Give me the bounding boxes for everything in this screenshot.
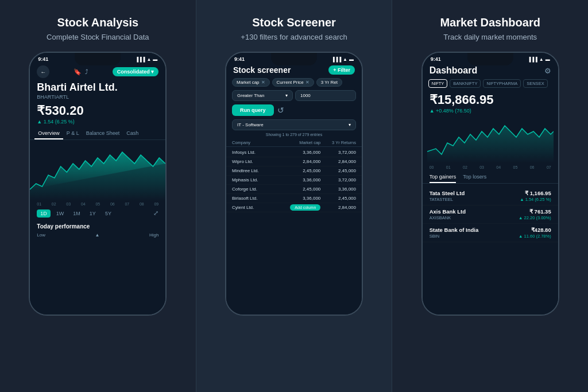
sector-chevron-icon: ▾ — [349, 122, 351, 127]
sector-row: IT - Software ▾ — [226, 119, 362, 130]
stock-row-axis: Axis Bank Ltd ₹ 761.35 AXISBANK ▲ 22.20 … — [423, 205, 558, 224]
share-icon[interactable]: ⤴ — [85, 68, 88, 75]
add-column-button[interactable]: Add column — [290, 204, 320, 211]
market-cap-cell: 3,36,000 — [285, 196, 321, 201]
battery-icon-3: ▬ — [546, 57, 550, 62]
stock-ticker-tata: TATASTEEL — [430, 197, 453, 202]
signal-icon-2: ▐▐▐ — [331, 57, 341, 62]
status-time-1: 9:41 — [38, 56, 48, 62]
tf-1d[interactable]: 1D — [37, 209, 51, 218]
p1-header: ← 🔖 ⤴ Consolidated ▾ — [30, 63, 165, 81]
expand-icon[interactable]: ⤢ — [153, 209, 158, 217]
phone-screen-1: 9:41 ▐▐▐ ▲ ▬ ← 🔖 ⤴ Consolidated ▾ Bharti… — [30, 53, 165, 315]
table-row: Mphasis Ltd. 3,36,000 3,72,000 — [226, 176, 362, 185]
returns-cell: 2,45,000 — [320, 168, 356, 173]
tab-overview[interactable]: Overview — [34, 128, 63, 139]
tf-1w[interactable]: 1W — [53, 209, 68, 218]
chip-label-current-price: Current Price — [277, 80, 304, 85]
chip-3yr-ret[interactable]: 3 Yr Ret — [316, 78, 342, 87]
table-row: Infosys Ltd. 3,36,000 3,72,000 — [226, 148, 362, 157]
wifi-icon: ▲ — [146, 57, 151, 62]
stock-name-tata: Tata Steel Ltd — [430, 190, 465, 196]
status-icons-3: ▐▐▐ ▲ ▬ — [528, 57, 550, 62]
filter-button[interactable]: + Filter — [328, 65, 355, 75]
tab-balance-sheet[interactable]: Balance Sheet — [83, 128, 123, 139]
tab-sensex[interactable]: SENSEX — [523, 79, 547, 88]
chip-market-cap[interactable]: Market cap ✕ — [232, 78, 270, 87]
tab-niftypharma[interactable]: NIFTYPHARMA — [483, 79, 521, 88]
company-cell: Cyient Ltd. — [232, 205, 285, 210]
table-row: Wipro Ltd. 2,84,000 2,84,000 — [226, 157, 362, 166]
returns-cell: 2,84,000 — [320, 205, 356, 210]
chip-remove-market-cap[interactable]: ✕ — [261, 80, 265, 85]
signal-icon: ▐▐▐ — [135, 57, 145, 62]
wifi-icon-2: ▲ — [343, 57, 347, 62]
status-time-2: 9:41 — [234, 56, 245, 62]
company-cell: Infosys Ltd. — [232, 150, 285, 155]
stock-chart — [30, 143, 165, 201]
chip-remove-current-price[interactable]: ✕ — [305, 80, 310, 85]
company-cell: Coforge Ltd. — [232, 187, 285, 192]
chevron-down-icon: ▾ — [285, 93, 288, 98]
filter-row: Greater Than ▾ 1000 — [226, 90, 362, 101]
filter-condition-label: Greater Than — [237, 93, 264, 98]
consolidated-button[interactable]: Consolidated ▾ — [113, 67, 159, 76]
market-cap-cell: 3,36,000 — [285, 177, 321, 183]
tab-top-gainers[interactable]: Top gainers — [430, 174, 457, 183]
stock-price: ₹530.20 — [30, 102, 165, 118]
table-header: Company Market cap 3 Yr Returns — [226, 139, 362, 147]
bookmark-icon[interactable]: 🔖 — [74, 68, 82, 76]
panel2-subtitle: +130 filters for advanced search — [241, 33, 347, 41]
battery-icon-2: ▬ — [349, 57, 354, 62]
stock-ticker-sbi: SBIN — [430, 234, 440, 239]
stock-name-axis: Axis Bank Ltd — [430, 208, 466, 215]
tf-1m[interactable]: 1M — [69, 209, 84, 218]
index-tabs: NIFTY BANKNIFTY NIFTYPHARMA SENSEX — [423, 79, 558, 88]
phone-screen-2: 9:41 ▐▐▐ ▲ ▬ Stock screener + Filter Mar… — [226, 53, 362, 315]
tf-1y[interactable]: 1Y — [86, 209, 99, 218]
run-query-button[interactable]: Run query — [232, 104, 274, 116]
stock-row-sbi: State Bank of India ₹428.80 SBIN ▲ 11.60… — [423, 224, 558, 242]
col-returns-header: 3 Yr Returns — [320, 140, 356, 145]
stock-price-axis: ₹ 761.35 — [529, 208, 551, 215]
screen-title: Stock screener — [233, 65, 291, 75]
sector-select[interactable]: IT - Software ▾ — [232, 119, 356, 130]
col-market-cap-header: Market cap — [285, 140, 321, 145]
tf-5y[interactable]: 5Y — [102, 209, 115, 218]
sector-label: IT - Software — [237, 122, 264, 127]
index-change: ▲ +0.48% (76.50) — [423, 107, 558, 117]
company-cell: Birlasoft Ltd. — [232, 196, 285, 201]
reset-icon[interactable]: ↺ — [277, 106, 284, 115]
filter-value-input[interactable]: 1000 — [295, 90, 356, 101]
run-query-row: Run query ↺ — [226, 104, 362, 116]
tab-top-losers[interactable]: Top losers — [463, 174, 486, 183]
triangle-up-icon: ▲ — [95, 232, 99, 238]
stock-row-tata: Tata Steel Ltd ₹ 1,166.95 TATASTEEL ▲ 1.… — [423, 187, 558, 205]
phone-mockup-2: 9:41 ▐▐▐ ▲ ▬ Stock screener + Filter Mar… — [225, 52, 363, 316]
time-labels-3: 00 01 02 03 04 05 06 07 — [423, 165, 558, 169]
phone-screen-3: 9:41 ▐▐▐ ▲ ▬ Dashboard ⚙ NIFTY BANKNIFTY… — [423, 53, 558, 315]
tab-cash[interactable]: Cash — [123, 128, 142, 139]
gear-icon[interactable]: ⚙ — [544, 67, 551, 75]
tab-nifty[interactable]: NIFTY — [428, 79, 448, 88]
stock-price-tata: ₹ 1,166.95 — [525, 190, 551, 196]
returns-cell: 3,36,000 — [320, 187, 356, 192]
company-ticker: BHARTIARTL — [30, 94, 165, 102]
stock-change-axis: ▲ 22.20 (3.00%) — [519, 215, 551, 220]
phone-notch-1 — [75, 53, 121, 65]
back-button[interactable]: ← — [37, 65, 49, 78]
table-row: Birlasoft Ltd. 3,36,000 2,45,000 — [226, 194, 362, 203]
tab-pl[interactable]: P & L — [63, 128, 83, 139]
performance-bar: Low ▲ High — [30, 231, 165, 239]
market-cap-cell: 2,84,000 — [285, 159, 321, 164]
company-cell: Mphasis Ltd. — [232, 177, 285, 183]
market-cap-cell: 3,36,000 — [285, 150, 321, 155]
chip-current-price[interactable]: Current Price ✕ — [272, 78, 314, 87]
gainer-tabs: Top gainers Top losers — [423, 174, 558, 184]
tab-banknifty[interactable]: BANKNIFTY — [450, 79, 481, 88]
filter-condition-select[interactable]: Greater Than ▾ — [232, 90, 293, 101]
index-price: ₹15,866.95 — [423, 92, 558, 107]
stock-tabs: Overview P & L Balance Sheet Cash — [30, 128, 165, 140]
stock-top-sbi: State Bank of India ₹428.80 — [430, 227, 551, 233]
col-company-header: Company — [232, 140, 285, 145]
